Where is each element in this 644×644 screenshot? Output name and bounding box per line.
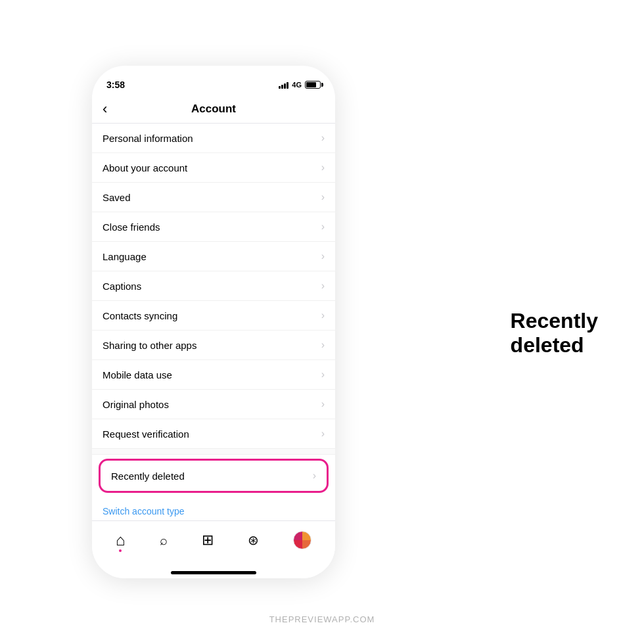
list-item[interactable]: Sharing to other apps › xyxy=(92,331,335,360)
network-label: 4G xyxy=(292,81,302,89)
list-item[interactable]: Contacts syncing › xyxy=(92,301,335,331)
home-indicator-bar xyxy=(92,565,335,578)
list-item[interactable]: Close friends › xyxy=(92,212,335,242)
canvas: 3:58 4G ‹ Account xyxy=(0,0,644,644)
settings-list: Personal information › About your accoun… xyxy=(92,124,335,520)
item-label: Captions xyxy=(103,281,141,292)
status-icons: 4G xyxy=(279,81,321,89)
chevron-icon: › xyxy=(321,191,325,203)
chevron-icon: › xyxy=(321,428,325,440)
status-time: 3:58 xyxy=(106,80,125,90)
battery-icon xyxy=(305,81,321,89)
chevron-icon: › xyxy=(321,339,325,351)
list-item[interactable]: Personal information › xyxy=(92,124,335,153)
list-item[interactable]: Mobile data use › xyxy=(92,360,335,390)
screen: ‹ Account Personal information › About y… xyxy=(92,95,335,578)
chevron-icon: › xyxy=(321,398,325,410)
nav-home[interactable]: ⌂ xyxy=(116,532,126,548)
item-label: Recently deleted xyxy=(111,471,185,482)
back-button[interactable]: ‹ xyxy=(103,102,107,116)
item-label: Mobile data use xyxy=(103,369,172,380)
home-icon: ⌂ xyxy=(116,532,126,548)
item-label: About your account xyxy=(103,162,187,173)
item-label: Sharing to other apps xyxy=(103,340,196,351)
shop-icon: ⊛ xyxy=(248,534,259,547)
item-label: Personal information xyxy=(103,133,193,144)
recently-deleted-item[interactable]: Recently deleted › xyxy=(99,459,329,493)
annotation-text: Recently deleted xyxy=(511,309,598,357)
nav-bar: ‹ Account xyxy=(92,95,335,124)
chevron-icon: › xyxy=(321,310,325,321)
item-label: Close friends xyxy=(103,221,160,233)
bottom-nav: ⌂ ⌕ ⊞ ⊛ xyxy=(92,520,335,565)
list-item[interactable]: Original photos › xyxy=(92,390,335,419)
home-dot xyxy=(119,549,122,552)
item-label: Request verification xyxy=(103,428,189,440)
list-item[interactable]: Saved › xyxy=(92,183,335,212)
list-item[interactable]: Captions › xyxy=(92,271,335,301)
list-item[interactable]: Request verification › xyxy=(92,419,335,449)
avatar-icon xyxy=(293,531,311,549)
item-label: Saved xyxy=(103,192,131,203)
search-icon: ⌕ xyxy=(160,534,168,547)
nav-search[interactable]: ⌕ xyxy=(160,534,168,547)
reels-icon: ⊞ xyxy=(202,533,214,547)
nav-shop[interactable]: ⊛ xyxy=(248,534,259,547)
chevron-icon: › xyxy=(321,280,325,292)
phone-shell: 3:58 4G ‹ Account xyxy=(92,66,335,578)
item-label: Contacts syncing xyxy=(103,310,177,321)
home-indicator xyxy=(171,571,256,574)
nav-profile[interactable] xyxy=(293,531,311,549)
list-item[interactable]: Language › xyxy=(92,242,335,271)
chevron-icon: › xyxy=(321,162,325,173)
signal-icon xyxy=(279,81,288,89)
annotation-line1: Recently xyxy=(511,309,598,333)
nav-reels[interactable]: ⊞ xyxy=(202,533,214,547)
switch-account-link[interactable]: Switch account type xyxy=(92,497,335,520)
chevron-icon: › xyxy=(321,132,325,144)
annotation-line2: deleted xyxy=(511,333,598,357)
item-label: Original photos xyxy=(103,399,169,410)
chevron-icon: › xyxy=(313,470,316,482)
chevron-icon: › xyxy=(321,250,325,262)
page-title: Account xyxy=(191,103,236,116)
list-item[interactable]: About your account › xyxy=(92,153,335,183)
list-spacer xyxy=(92,449,335,455)
chevron-icon: › xyxy=(321,221,325,233)
chevron-icon: › xyxy=(321,369,325,380)
status-bar: 3:58 4G xyxy=(92,66,335,95)
footer-text: THEPREVIEWAPP.COM xyxy=(269,614,375,624)
item-label: Language xyxy=(103,251,147,262)
